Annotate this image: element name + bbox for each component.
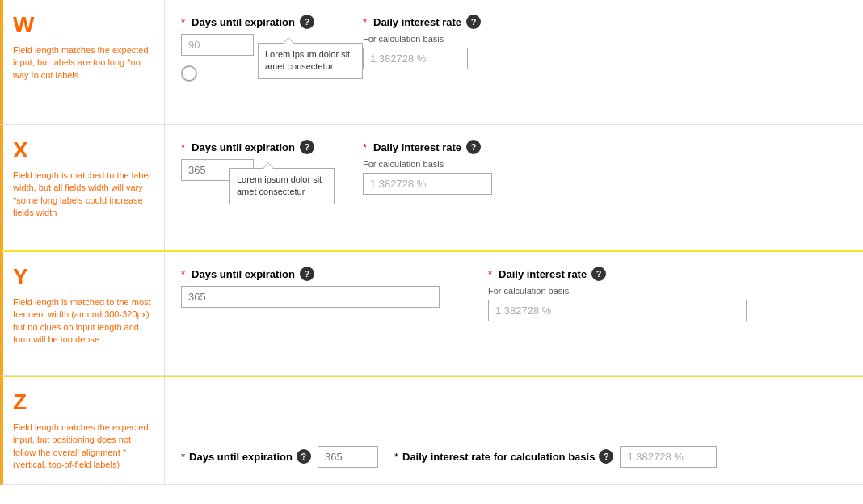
required-interest-y: * <box>488 268 492 280</box>
interest-label-text-z: Daily interest rate for calculation basi… <box>402 451 595 463</box>
interest-sublabel-x: For calculation basis <box>363 159 492 169</box>
interest-label-text-x: Daily interest rate <box>373 141 461 153</box>
sidebar-text-z: Field length matches the expected input,… <box>13 422 154 472</box>
interest-help-icon-y[interactable]: ? <box>591 267 606 281</box>
days-label-x: * Days until expiration ? <box>181 140 314 154</box>
required-interest-x: * <box>363 141 367 153</box>
letter-x: X <box>13 137 154 163</box>
days-label-w: * Days until expiration ? <box>181 15 314 29</box>
content-w: * Days until expiration ? Lorem ipsum do… <box>165 0 863 124</box>
field-group-interest-w: * Daily interest rate ? For calculation … <box>363 15 481 69</box>
interest-sublabel-w: For calculation basis <box>363 34 481 44</box>
days-label-text-y: Days until expiration <box>192 268 295 280</box>
sidebar-text-y: Field length is matched to the most freq… <box>13 296 154 346</box>
required-days-x: * <box>181 141 185 153</box>
interest-sublabel-y: For calculation basis <box>488 286 747 296</box>
interest-input-w[interactable] <box>363 48 468 69</box>
interest-label-x: * Daily interest rate ? <box>363 140 492 154</box>
sidebar-x: X Field length is matched to the label w… <box>3 125 165 250</box>
required-days-z: * <box>181 451 185 463</box>
interest-input-y[interactable] <box>488 300 747 321</box>
days-label-text-w: Days until expiration <box>192 16 295 28</box>
sidebar-text-x: Field length is matched to the label wid… <box>13 170 154 220</box>
interest-label-y: * Daily interest rate ? <box>488 267 747 281</box>
field-group-days-z: * Days until expiration ? <box>181 446 378 468</box>
row-w: W Field length matches the expected inpu… <box>0 0 863 125</box>
required-interest-w: * <box>363 16 367 28</box>
field-group-days-w: * Days until expiration ? Lorem ipsum do… <box>181 15 314 84</box>
tooltip-w: Lorem ipsum dolor sit amet consectetur <box>258 43 363 79</box>
letter-w: W <box>13 12 154 38</box>
row-z: Z Field length matches the expected inpu… <box>0 376 863 485</box>
interest-input-z[interactable] <box>620 446 717 468</box>
interest-label-w: * Daily interest rate ? <box>363 15 481 29</box>
interest-help-icon-w[interactable]: ? <box>466 15 481 29</box>
radio-w[interactable] <box>181 65 197 82</box>
tooltip-x: Lorem ipsum dolor sit amet consectetur <box>229 168 335 204</box>
days-label-text-z: Days until expiration <box>189 451 293 463</box>
sidebar-z: Z Field length matches the expected inpu… <box>3 377 165 484</box>
interest-help-icon-z[interactable]: ? <box>599 449 613 464</box>
days-help-icon-y[interactable]: ? <box>300 267 314 281</box>
row-y: Y Field length is matched to the most fr… <box>0 250 863 376</box>
main-container: W Field length matches the expected inpu… <box>0 0 863 485</box>
interest-label-text-y: Daily interest rate <box>499 268 587 280</box>
required-interest-z: * <box>394 451 398 463</box>
sidebar-y: Y Field length is matched to the most fr… <box>3 252 165 375</box>
content-x: * Days until expiration ? Lorem ipsum do… <box>165 125 863 250</box>
content-z: * Days until expiration ? * Daily intere… <box>165 377 863 484</box>
days-help-icon-z[interactable]: ? <box>297 449 311 464</box>
field-group-days-y: * Days until expiration ? <box>181 267 440 308</box>
interest-label-z: * Daily interest rate for calculation ba… <box>394 449 613 464</box>
days-help-icon-w[interactable]: ? <box>300 15 314 29</box>
days-input-z[interactable] <box>318 446 378 468</box>
field-group-interest-z: * Daily interest rate for calculation ba… <box>394 446 717 468</box>
letter-z: Z <box>13 389 154 415</box>
sidebar-w: W Field length matches the expected inpu… <box>3 0 165 124</box>
days-label-z: * Days until expiration ? <box>181 449 311 464</box>
sidebar-text-w: Field length matches the expected input,… <box>13 44 154 82</box>
field-group-interest-x: * Daily interest rate ? For calculation … <box>363 140 492 195</box>
letter-y: Y <box>13 264 154 290</box>
required-days-y: * <box>181 268 185 280</box>
field-group-days-x: * Days until expiration ? Lorem ipsum do… <box>181 140 314 181</box>
field-group-interest-y: * Daily interest rate ? For calculation … <box>488 267 747 321</box>
content-y: * Days until expiration ? * Daily intere… <box>165 252 863 375</box>
days-input-w[interactable] <box>181 34 254 56</box>
days-input-row-w: Lorem ipsum dolor sit amet consectetur <box>181 34 314 56</box>
interest-input-x[interactable] <box>363 173 492 195</box>
row-x: X Field length is matched to the label w… <box>0 125 863 250</box>
days-label-text-x: Days until expiration <box>192 141 295 153</box>
days-label-y: * Days until expiration ? <box>181 267 440 281</box>
interest-help-icon-x[interactable]: ? <box>466 140 481 154</box>
days-input-y[interactable] <box>181 286 440 308</box>
required-days-w: * <box>181 16 185 28</box>
interest-label-text-w: Daily interest rate <box>373 16 461 28</box>
days-help-icon-x[interactable]: ? <box>300 140 314 154</box>
